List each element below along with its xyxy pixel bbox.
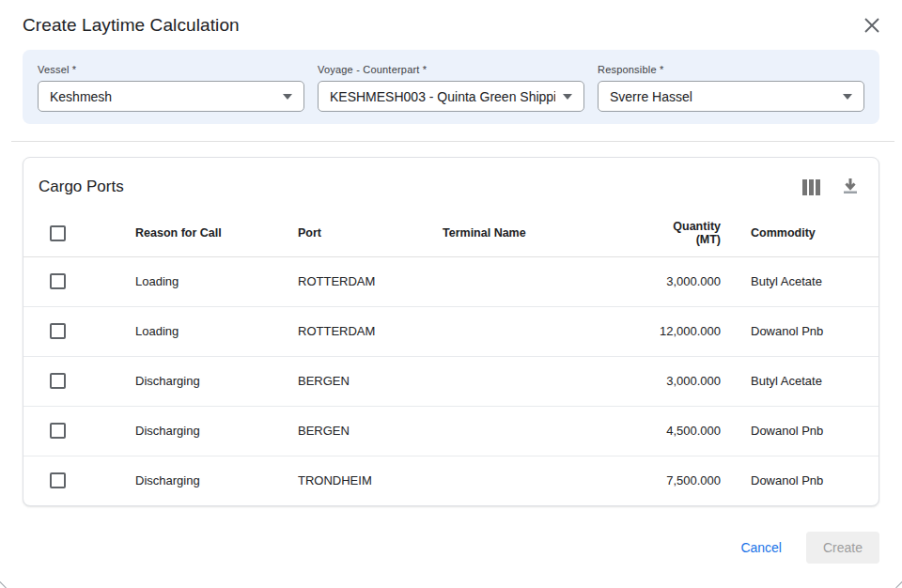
cell-terminal (443, 356, 649, 406)
cell-commodity: Dowanol Pnb (739, 306, 879, 356)
row-checkbox[interactable] (50, 323, 66, 339)
download-icon[interactable] (841, 177, 860, 197)
cargo-ports-header: Cargo Ports (23, 158, 879, 210)
resize-handle[interactable] (0, 581, 7, 588)
view-columns-glyph (802, 179, 820, 195)
cargo-ports-title: Cargo Ports (39, 178, 124, 196)
col-header-reason: Reason for Call (135, 210, 298, 256)
responsible-field: Responsible * Sverre Hassel (598, 64, 864, 112)
col-header-commodity: Commodity (739, 210, 879, 256)
row-checkbox[interactable] (50, 472, 66, 488)
cell-terminal (443, 456, 649, 505)
row-checkbox[interactable] (50, 373, 66, 389)
table-row: Loading ROTTERDAM 3,000.000 Butyl Acetat… (23, 256, 879, 306)
col-header-port: Port (298, 210, 443, 256)
responsible-select[interactable]: Sverre Hassel (598, 81, 864, 112)
cell-port: BERGEN (298, 356, 443, 406)
table-row: Discharging TRONDHEIM 7,500.000 Dowanol … (23, 456, 879, 505)
voyage-counterpart-field: Voyage - Counterpart * KESHMESH003 - Qui… (318, 64, 584, 112)
cell-quantity: 3,000.000 (649, 356, 739, 406)
cell-terminal (443, 306, 649, 356)
select-all-checkbox[interactable] (50, 225, 66, 241)
create-button[interactable]: Create (806, 532, 879, 564)
vessel-select[interactable]: Keshmesh (38, 81, 304, 112)
cargo-ports-table: Reason for Call Port Terminal Name Quant… (23, 210, 879, 505)
voyage-form-panel: Vessel * Keshmesh Voyage - Counterpart *… (23, 50, 879, 124)
responsible-label: Responsible * (598, 64, 864, 75)
vessel-label: Vessel * (38, 64, 304, 75)
cell-port: ROTTERDAM (298, 256, 443, 306)
section-divider (11, 141, 894, 142)
responsible-select-value: Sverre Hassel (610, 89, 835, 104)
table-row: Loading ROTTERDAM 12,000.000 Dowanol Pnb (23, 306, 879, 356)
column-settings-icon[interactable] (801, 178, 822, 197)
cell-terminal (443, 406, 649, 456)
row-checkbox[interactable] (50, 423, 66, 439)
table-header-row: Reason for Call Port Terminal Name Quant… (23, 210, 879, 256)
dialog-header: Create Laytime Calculation (0, 0, 902, 48)
table-row: Discharging BERGEN 4,500.000 Dowanol Pnb (23, 406, 879, 456)
chevron-down-icon (843, 94, 852, 100)
vessel-select-value: Keshmesh (50, 89, 275, 104)
cell-quantity: 4,500.000 (649, 406, 739, 456)
vessel-field: Vessel * Keshmesh (38, 64, 304, 112)
dialog-footer: Cancel Create (0, 506, 902, 564)
cell-commodity: Dowanol Pnb (739, 456, 879, 505)
cancel-button[interactable]: Cancel (740, 540, 782, 555)
cell-terminal (443, 256, 649, 306)
cell-reason: Discharging (135, 356, 298, 406)
cell-reason: Loading (135, 256, 298, 306)
voyage-counterpart-select-value: KESHMESH003 - Quinta Green Shippi... (330, 89, 555, 104)
cell-port: TRONDHEIM (298, 456, 443, 505)
resize-handle[interactable] (895, 581, 902, 588)
cell-quantity: 12,000.000 (649, 306, 739, 356)
table-row: Discharging BERGEN 3,000.000 Butyl Aceta… (23, 356, 879, 406)
voyage-counterpart-select[interactable]: KESHMESH003 - Quinta Green Shippi... (318, 81, 584, 112)
cell-quantity: 3,000.000 (649, 256, 739, 306)
cell-reason: Discharging (135, 456, 298, 505)
dialog-title: Create Laytime Calculation (23, 15, 240, 36)
download-arrow-glyph (843, 178, 858, 195)
cell-port: BERGEN (298, 406, 443, 456)
cell-commodity: Butyl Acetate (739, 256, 879, 306)
col-header-quantity: Quantity (MT) (649, 210, 739, 256)
cell-commodity: Butyl Acetate (739, 356, 879, 406)
row-checkbox[interactable] (50, 273, 66, 289)
cell-quantity: 7,500.000 (649, 456, 739, 505)
chevron-down-icon (563, 94, 572, 100)
cell-reason: Discharging (135, 406, 298, 456)
close-icon[interactable] (861, 14, 883, 37)
cell-port: ROTTERDAM (298, 306, 443, 356)
chevron-down-icon (283, 94, 292, 100)
cargo-ports-actions (801, 177, 860, 197)
cell-commodity: Dowanol Pnb (739, 406, 879, 456)
cargo-ports-card: Cargo Ports (23, 157, 879, 506)
col-header-terminal: Terminal Name (443, 210, 649, 256)
cell-reason: Loading (135, 306, 298, 356)
close-x-glyph (864, 18, 879, 33)
voyage-counterpart-label: Voyage - Counterpart * (318, 64, 584, 75)
